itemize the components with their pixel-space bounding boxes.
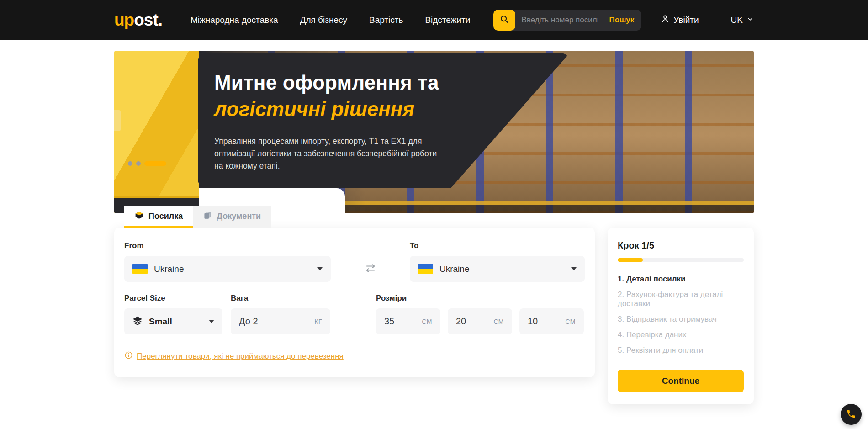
weight-field: кг xyxy=(231,308,330,334)
tab-documents[interactable]: Документи xyxy=(193,206,271,228)
steps-title: Крок 1/5 xyxy=(618,240,744,251)
tab-documents-label: Документи xyxy=(217,212,261,221)
carousel-dot-2[interactable] xyxy=(136,161,141,166)
step-item-3: 3. Відправник та отримувач xyxy=(618,315,744,324)
to-label: To xyxy=(410,241,585,250)
hero-subtitle: Управління процесами імпорту, експорту, … xyxy=(214,135,447,172)
caret-down-icon xyxy=(317,267,323,270)
ukraine-flag-icon xyxy=(418,264,433,274)
from-label: From xyxy=(124,241,331,250)
carousel-dot-active[interactable] xyxy=(144,161,166,166)
parcel-size-label: Parcel Size xyxy=(124,294,222,303)
weight-unit: кг xyxy=(314,318,322,325)
carousel-dot-1[interactable] xyxy=(128,161,132,166)
hero-package-illustration xyxy=(114,51,199,213)
length-unit: см xyxy=(422,318,432,325)
hero-title: Митне оформлення та xyxy=(214,71,570,94)
continue-button[interactable]: Continue xyxy=(618,370,744,392)
caret-down-icon xyxy=(571,267,577,270)
chevron-down-icon xyxy=(746,15,754,25)
step-item-2: 2. Рахунок-фактура та деталі доставки xyxy=(618,290,744,308)
dimensions-label: Розміри xyxy=(376,294,584,303)
width-field: см xyxy=(448,308,512,334)
shipment-type-tabs: Посилка Документи xyxy=(124,206,271,228)
search-icon-button[interactable] xyxy=(493,10,515,31)
steps-progress-bar xyxy=(618,258,744,262)
caret-down-icon xyxy=(209,320,214,323)
phone-fab-button[interactable] xyxy=(841,404,862,425)
steps-panel: Крок 1/5 1. Деталі посилки 2. Рахунок-фа… xyxy=(608,228,754,404)
logo[interactable]: upost. xyxy=(114,11,162,30)
carousel-dots xyxy=(128,161,166,166)
steps-progress-fill xyxy=(618,258,643,262)
length-field: см xyxy=(376,308,440,334)
restricted-items-link-text: Переглянути товари, які не приймаються д… xyxy=(137,352,344,361)
hero-banner: Митне оформлення та логістичні рішення У… xyxy=(114,51,754,213)
tracking-number-input[interactable] xyxy=(515,16,602,25)
steps-list: 1. Деталі посилки 2. Рахунок-фактура та … xyxy=(618,275,744,355)
from-country-value: Ukraine xyxy=(154,264,184,274)
search-submit-button[interactable]: Пошук xyxy=(602,16,642,25)
login-button[interactable]: Увійти xyxy=(661,14,699,26)
nav-international-delivery[interactable]: Міжнародна доставка xyxy=(191,15,278,25)
ukraine-flag-icon xyxy=(132,264,148,274)
calculator-panels: From Ukraine To Ukraine xyxy=(114,228,754,404)
nav-for-business[interactable]: Для бізнесу xyxy=(300,15,347,25)
nav-pricing[interactable]: Вартість xyxy=(369,15,403,25)
to-country-select[interactable]: Ukraine xyxy=(410,256,585,282)
login-label: Увійти xyxy=(673,15,699,25)
header: upost. Міжнародна доставка Для бізнесу В… xyxy=(0,0,868,40)
logo-accent: up xyxy=(114,11,134,29)
weight-input[interactable] xyxy=(239,316,314,327)
height-input[interactable] xyxy=(528,316,565,327)
person-icon xyxy=(661,14,670,26)
tab-parcel-label: Посилка xyxy=(148,212,183,221)
layers-stack-icon xyxy=(132,316,143,328)
restricted-items-link[interactable]: Переглянути товари, які не приймаються д… xyxy=(124,351,344,362)
tracking-search: Пошук xyxy=(493,10,642,31)
info-icon xyxy=(124,351,133,362)
from-country-select[interactable]: Ukraine xyxy=(124,256,331,282)
search-icon xyxy=(499,14,509,26)
phone-icon xyxy=(846,409,856,420)
nav-track[interactable]: Відстежити xyxy=(425,15,470,25)
height-field: см xyxy=(519,308,584,334)
logo-rest: ost. xyxy=(134,11,162,29)
step-item-4: 4. Перевірка даних xyxy=(618,330,744,339)
parcel-form-card: From Ukraine To Ukraine xyxy=(114,228,595,377)
documents-icon xyxy=(203,211,212,222)
parcel-size-select[interactable]: Small xyxy=(124,308,222,334)
width-unit: см xyxy=(493,318,504,325)
main-nav: Міжнародна доставка Для бізнесу Вартість… xyxy=(191,15,470,25)
height-unit: см xyxy=(565,318,576,325)
weight-label: Вага xyxy=(231,294,330,303)
language-code: UK xyxy=(731,15,743,25)
package-icon xyxy=(134,210,144,222)
step-item-1: 1. Деталі посилки xyxy=(618,275,744,284)
length-input[interactable] xyxy=(384,316,422,327)
swap-countries-button[interactable] xyxy=(364,262,377,276)
step-item-5: 5. Реквізити для оплати xyxy=(618,346,744,355)
to-country-value: Ukraine xyxy=(439,264,469,274)
tab-parcel[interactable]: Посилка xyxy=(124,206,193,228)
language-selector[interactable]: UK xyxy=(731,15,754,25)
parcel-size-value: Small xyxy=(149,317,172,327)
width-input[interactable] xyxy=(456,316,493,327)
